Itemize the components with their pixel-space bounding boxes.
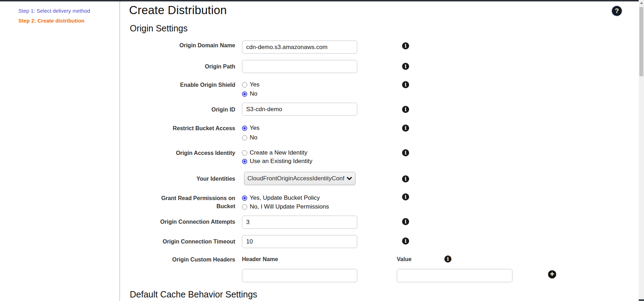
sidebar-step-1-link[interactable]: Step 1: Select delivery method [18,8,90,14]
sidebar-step-2-current: Step 2: Create distribution [18,18,85,24]
origin-connection-timeout-input[interactable] [242,235,357,248]
your-identities-selected-value: CloudFrontOriginAccessIdentityConf [248,175,345,182]
enable-origin-shield-option-yes[interactable]: Yes [242,81,260,88]
restrict-bucket-access-label: Restrict Bucket Access [132,125,235,132]
enable-origin-shield-no-radio[interactable] [242,91,247,97]
create-distribution-page: Step 1: Select delivery method Step 2: C… [0,0,644,301]
help-icon[interactable]: ? [612,6,622,16]
grant-read-permissions-yes-label: Yes, Update Bucket Policy [250,194,320,201]
origin-domain-name-label: Origin Domain Name [132,42,235,49]
origin-path-label: Origin Path [132,63,235,70]
add-custom-header-button[interactable]: + [548,270,556,278]
restrict-bucket-access-option-yes[interactable]: Yes [242,125,260,132]
origin-access-identity-option-existing[interactable]: Use an Existing Identity [242,158,312,165]
origin-path-info-icon[interactable]: i [402,63,409,70]
restrict-bucket-access-yes-label: Yes [250,125,260,132]
page-title: Create Distribution [129,4,227,17]
origin-access-identity-label: Origin Access Identity [132,150,235,156]
scrollbar-thumb[interactable] [639,7,643,76]
restrict-bucket-access-no-label: No [250,134,257,141]
enable-origin-shield-option-no[interactable]: No [242,90,257,97]
origin-access-identity-option-create[interactable]: Create a New Identity [242,149,307,156]
origin-access-identity-create-label: Create a New Identity [250,149,307,156]
section-heading-default-cache-behavior: Default Cache Behavior Settings [130,289,257,300]
origin-domain-name-info-icon[interactable]: i [402,42,409,49]
your-identities-label: Your Identities [132,175,235,182]
grant-read-permissions-no-label: No, I Will Update Permissions [250,203,329,210]
origin-id-label: Origin ID [132,106,235,113]
restrict-bucket-access-no-radio[interactable] [242,135,247,140]
enable-origin-shield-info-icon[interactable]: i [402,81,409,88]
enable-origin-shield-no-label: No [250,90,257,97]
grant-read-permissions-no-radio[interactable] [242,204,247,210]
your-identities-select[interactable]: CloudFrontOriginAccessIdentityConf [244,172,356,185]
origin-access-identity-create-radio[interactable] [242,150,247,156]
grant-read-permissions-label: Grant Read Permissions on Bucket [151,194,235,210]
scrollbar-bottom-corner [639,299,644,301]
enable-origin-shield-label: Enable Origin Shield [132,82,235,88]
scrollbar-up-arrow[interactable] [640,2,643,4]
origin-connection-attempts-input[interactable] [242,216,357,229]
enable-origin-shield-yes-radio[interactable] [242,82,247,88]
origin-access-identity-existing-radio[interactable] [242,159,247,164]
restrict-bucket-access-yes-radio[interactable] [242,126,247,131]
origin-id-info-icon[interactable]: i [402,106,409,113]
your-identities-info-icon[interactable]: i [402,175,409,182]
chevron-down-icon [347,177,352,180]
origin-connection-timeout-info-icon[interactable]: i [402,237,409,245]
header-name-column-label: Header Name [242,256,278,263]
origin-access-identity-existing-label: Use an Existing Identity [250,158,312,165]
grant-read-permissions-yes-radio[interactable] [242,195,247,201]
enable-origin-shield-yes-label: Yes [250,81,260,88]
origin-connection-attempts-info-icon[interactable]: i [402,218,409,225]
grant-read-permissions-info-icon[interactable]: i [402,193,409,200]
restrict-bucket-access-option-no[interactable]: No [242,134,257,141]
grant-read-permissions-option-no[interactable]: No, I Will Update Permissions [242,203,329,210]
origin-domain-name-input[interactable] [242,41,357,54]
vertical-scrollbar[interactable] [639,0,644,301]
origin-connection-attempts-label: Origin Connection Attempts [132,218,235,225]
top-border-bar [0,0,639,1]
origin-custom-headers-label: Origin Custom Headers [132,256,235,263]
origin-connection-timeout-label: Origin Connection Timeout [132,238,235,245]
origin-custom-headers-info-icon[interactable]: i [444,255,451,263]
origin-id-input[interactable] [242,103,357,116]
origin-path-input[interactable] [242,60,357,73]
custom-header-value-input[interactable] [397,269,512,282]
section-heading-origin-settings: Origin Settings [130,23,188,34]
grant-read-permissions-option-yes[interactable]: Yes, Update Bucket Policy [242,194,320,201]
sidebar-divider [120,1,120,301]
restrict-bucket-access-info-icon[interactable]: i [402,125,409,132]
origin-access-identity-info-icon[interactable]: i [402,149,409,156]
value-column-label: Value [397,256,412,263]
custom-header-name-input[interactable] [242,269,357,282]
